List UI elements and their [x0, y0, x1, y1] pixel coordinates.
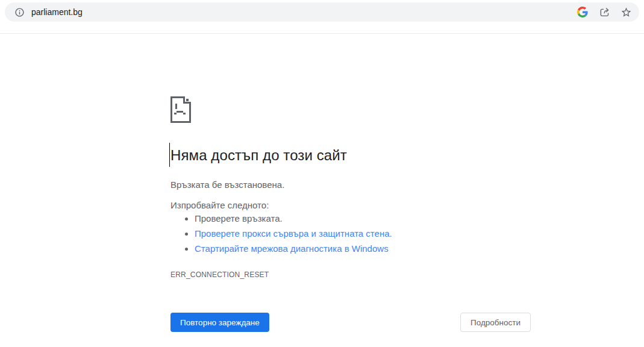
- address-bar[interactable]: parliament.bg: [5, 2, 639, 22]
- suggestions-list: Проверете връзката. Проверете прокси сър…: [170, 214, 392, 259]
- suggestion-item: Стартирайте мрежова диагностика в Window…: [195, 244, 392, 254]
- error-message: Връзката бе възстановена.: [170, 180, 284, 190]
- text-caret: [169, 143, 170, 167]
- share-icon[interactable]: [598, 6, 610, 18]
- suggestion-item: Проверете прокси сървъра и защитната сте…: [195, 229, 392, 239]
- sad-file-icon: [170, 96, 191, 125]
- site-info-icon[interactable]: [13, 6, 25, 18]
- proxy-firewall-link[interactable]: Проверете прокси сървъра и защитната сте…: [195, 228, 392, 239]
- error-title: Няма достъп до този сайт: [170, 147, 347, 164]
- buttons-row: Повторно зареждане Подробности: [170, 313, 531, 332]
- url-text[interactable]: parliament.bg: [31, 7, 577, 17]
- details-button[interactable]: Подробности: [460, 313, 531, 332]
- error-page: Няма достъп до този сайт Връзката бе въз…: [170, 33, 531, 347]
- star-icon[interactable]: [620, 6, 632, 18]
- google-g-icon[interactable]: [577, 6, 589, 18]
- error-title-row: Няма достъп до този сайт: [170, 147, 347, 164]
- reload-button[interactable]: Повторно зареждане: [170, 313, 269, 332]
- suggestions-intro: Изпробвайте следното:: [170, 200, 269, 210]
- error-code: ERR_CONNECTION_RESET: [170, 270, 269, 279]
- suggestion-item: Проверете връзката.: [195, 214, 392, 224]
- browser-toolbar: parliament.bg: [0, 0, 644, 34]
- suggestion-text: Проверете връзката.: [195, 213, 283, 224]
- browser-window: parliament.bg: [0, 0, 644, 347]
- network-diagnostics-link[interactable]: Стартирайте мрежова диагностика в Window…: [195, 243, 389, 254]
- omnibox-actions: [577, 6, 632, 18]
